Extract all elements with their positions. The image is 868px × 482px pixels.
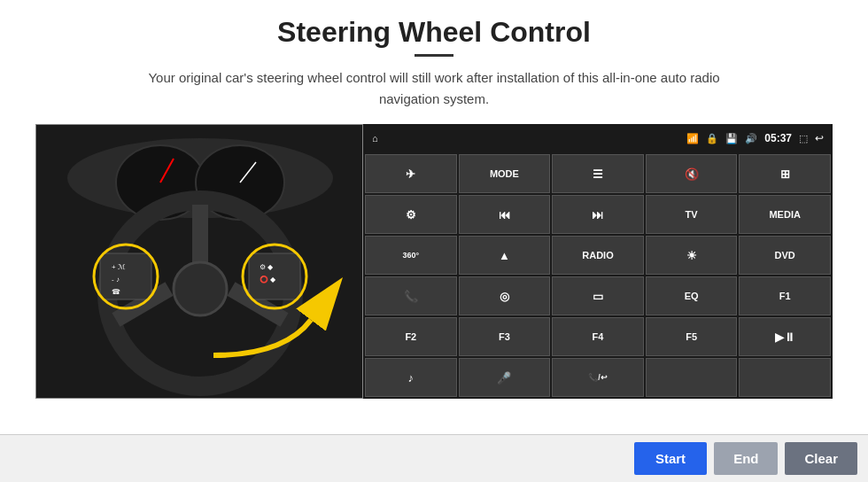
btn-menu[interactable]: ☰: [552, 154, 644, 193]
btn-handsfree[interactable]: 📞/↩: [552, 358, 644, 397]
btn-media[interactable]: MEDIA: [739, 195, 831, 234]
button-grid: ✈ MODE ☰ 🔇 ⊞ ⚙ ⏮ ⏭ TV MEDIA 360° ▲ RADIO…: [363, 152, 833, 399]
svg-point-10: [174, 262, 227, 315]
page-subtitle: Your original car's steering wheel contr…: [124, 67, 744, 110]
svg-text:+  ℳ: + ℳ: [112, 263, 126, 271]
btn-360[interactable]: 360°: [365, 236, 457, 275]
topbar-left: ⌂: [372, 133, 378, 144]
clear-button[interactable]: Clear: [785, 442, 857, 475]
btn-mode[interactable]: MODE: [459, 154, 551, 193]
status-bar: ⌂ 📶 🔒 💾 🔊 05:37 ⬚ ↩: [363, 124, 833, 152]
btn-mic[interactable]: 🎤: [459, 358, 551, 397]
page-title: Steering Wheel Control: [277, 16, 591, 49]
svg-text:⚙  ◆: ⚙ ◆: [260, 263, 274, 271]
btn-eject[interactable]: ▲: [459, 236, 551, 275]
svg-text:-   ♪: - ♪: [112, 276, 120, 284]
start-button[interactable]: Start: [634, 442, 707, 475]
svg-text:☎: ☎: [112, 288, 120, 296]
btn-music[interactable]: ♪: [365, 358, 457, 397]
btn-settings[interactable]: ⚙: [365, 195, 457, 234]
svg-text:⭕  ◆: ⭕ ◆: [260, 275, 276, 284]
btn-dvd[interactable]: DVD: [739, 236, 831, 275]
btn-f2[interactable]: F2: [365, 317, 457, 356]
sd-icon: 💾: [725, 133, 738, 144]
btn-f1[interactable]: F1: [739, 276, 831, 315]
btn-next[interactable]: ⏭: [552, 195, 644, 234]
svg-rect-11: [100, 253, 151, 299]
end-button[interactable]: End: [714, 442, 778, 475]
btn-f5[interactable]: F5: [646, 317, 738, 356]
btn-display[interactable]: ▭: [552, 276, 644, 315]
topbar-right: 📶 🔒 💾 🔊 05:37 ⬚ ↩: [686, 132, 824, 144]
btn-playpause[interactable]: ▶⏸: [739, 317, 831, 356]
wifi-icon: 📶: [686, 133, 699, 144]
btn-eq[interactable]: EQ: [646, 276, 738, 315]
btn-compass[interactable]: ◎: [459, 276, 551, 315]
btn-radio[interactable]: RADIO: [552, 236, 644, 275]
lock-icon: 🔒: [706, 133, 718, 144]
title-divider: [415, 54, 453, 57]
btn-mute[interactable]: 🔇: [646, 154, 738, 193]
btn-tv[interactable]: TV: [646, 195, 738, 234]
btn-prev[interactable]: ⏮: [459, 195, 551, 234]
back-icon[interactable]: ↩: [815, 132, 824, 144]
screen-icon: ⬚: [799, 133, 808, 144]
btn-empty1: [646, 358, 738, 397]
bottom-button-bar: Start End Clear: [0, 434, 868, 482]
btn-f3[interactable]: F3: [459, 317, 551, 356]
btn-phone[interactable]: 📞: [365, 276, 457, 315]
btn-apps[interactable]: ⊞: [739, 154, 831, 193]
btn-brightness[interactable]: ☀: [646, 236, 738, 275]
btn-send[interactable]: ✈: [365, 154, 457, 193]
bt-icon: 🔊: [745, 133, 757, 144]
btn-f4[interactable]: F4: [552, 317, 644, 356]
clock: 05:37: [764, 132, 792, 144]
control-panel: ⌂ 📶 🔒 💾 🔊 05:37 ⬚ ↩ ✈ MODE ☰ 🔇: [363, 124, 833, 399]
content-row: + ℳ - ♪ ☎ ⚙ ◆ ⭕ ◆: [35, 124, 833, 399]
btn-empty2: [739, 358, 831, 397]
steering-wheel-image: + ℳ - ♪ ☎ ⚙ ◆ ⭕ ◆: [35, 124, 363, 399]
home-icon[interactable]: ⌂: [372, 133, 378, 144]
